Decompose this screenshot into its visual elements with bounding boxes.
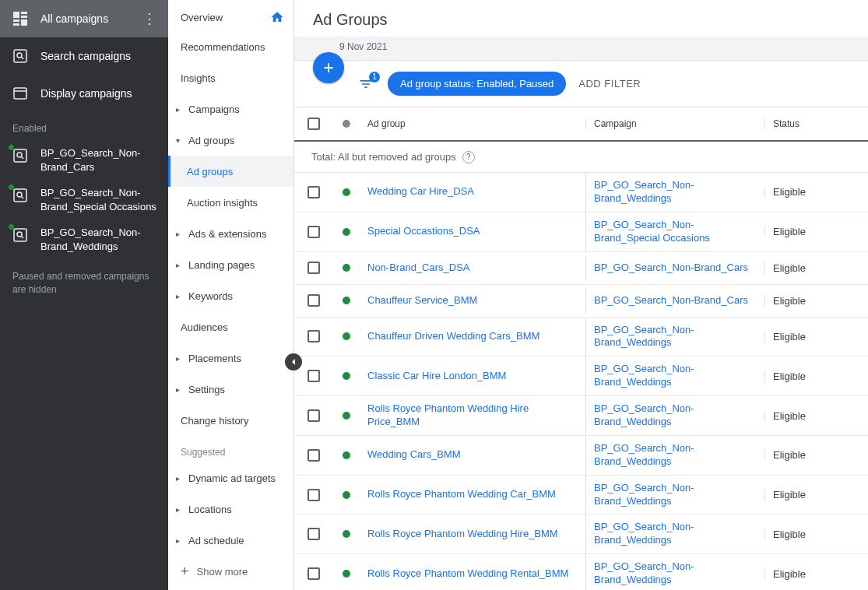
more-icon[interactable]: ⋮ — [142, 10, 157, 27]
status-dot-enabled[interactable] — [343, 332, 350, 340]
nav-campaigns[interactable]: ▸Campaigns — [168, 93, 293, 125]
ad-group-link[interactable]: Non-Brand_Cars_DSA — [367, 262, 470, 273]
status-dot-enabled[interactable] — [343, 451, 350, 459]
status-dot-enabled[interactable] — [343, 491, 350, 499]
campaign-link[interactable]: BP_GO_Search_Non-Brand_Cars — [594, 294, 748, 306]
row-checkbox[interactable] — [307, 449, 320, 462]
row-checkbox[interactable] — [307, 528, 320, 540]
campaign-link[interactable]: BP_GO_Search_Non-Brand_Weddings — [594, 179, 694, 204]
chevron-right-icon: ▸ — [176, 354, 185, 363]
row-checkbox[interactable] — [307, 330, 320, 342]
nav-change-history[interactable]: Change history — [168, 405, 293, 436]
status-dot-enabled[interactable] — [343, 372, 350, 380]
svg-rect-1 — [21, 12, 27, 14]
campaign-item[interactable]: BP_GO_Search_Non-Brand_Cars — [0, 140, 168, 180]
nav-recommendations[interactable]: Recommendations — [168, 31, 293, 62]
nav-placements[interactable]: ▸Placements — [168, 342, 293, 374]
campaign-item[interactable]: BP_GO_Search_Non-Brand_Weddings — [0, 219, 168, 259]
status-cell: Eligible — [764, 295, 868, 307]
date-label: 9 Nov 2021 — [294, 37, 868, 61]
select-all-checkbox[interactable] — [307, 118, 320, 130]
campaign-link[interactable]: BP_GO_Search_Non-Brand_Special Occasions — [594, 219, 710, 244]
show-more[interactable]: +Show more — [168, 556, 293, 587]
nav-keywords[interactable]: ▸Keywords — [168, 280, 293, 311]
row-checkbox[interactable] — [307, 294, 320, 307]
nav-label: Display campaigns — [40, 87, 157, 100]
row-checkbox[interactable] — [307, 489, 320, 501]
col-header-adgroup[interactable]: Ad group — [360, 118, 585, 129]
svg-rect-9 — [14, 88, 26, 99]
ad-group-link[interactable]: Chauffeur Service_BMM — [367, 294, 477, 306]
svg-point-18 — [17, 232, 22, 237]
nav-ad-schedule[interactable]: ▸Ad schedule — [168, 525, 293, 556]
help-icon[interactable]: ? — [462, 151, 475, 163]
status-dot-enabled[interactable] — [343, 188, 350, 196]
nav-insights[interactable]: Insights — [168, 62, 293, 93]
ad-group-link[interactable]: Wedding Car Hire_DSA — [367, 185, 474, 197]
ad-group-link[interactable]: Wedding Cars_BMM — [367, 448, 461, 460]
campaign-item[interactable]: BP_GO_Search_Non-Brand_Special Occasions — [0, 180, 168, 219]
ad-group-link[interactable]: Chauffeur Driven Wedding Cars_BMM — [367, 330, 539, 342]
campaign-link[interactable]: BP_GO_Search_Non-Brand_Cars — [594, 262, 748, 273]
plus-icon: + — [181, 564, 189, 580]
col-header-campaign[interactable]: Campaign — [585, 118, 764, 129]
status-dot-enabled[interactable] — [343, 570, 350, 578]
status-cell: Eligible — [764, 371, 868, 382]
chevron-right-icon: ▸ — [176, 261, 185, 269]
col-header-status[interactable]: Status — [764, 118, 868, 129]
nav-settings[interactable]: ▸Settings — [168, 374, 293, 405]
ad-group-link[interactable]: Rolls Royce Phantom Wedding Car_BMM — [367, 488, 556, 500]
collapse-sidebar-button[interactable] — [285, 353, 302, 371]
nav-display-campaigns[interactable]: Display campaigns — [0, 75, 168, 112]
add-filter-button[interactable]: ADD FILTER — [578, 78, 641, 90]
filter-funnel-button[interactable]: 1 — [357, 75, 375, 93]
nav-auction-insights[interactable]: Auction insights — [168, 187, 293, 218]
add-button[interactable]: + — [313, 52, 344, 83]
row-checkbox[interactable] — [307, 567, 320, 580]
nav-search-campaigns[interactable]: Search campaigns — [0, 37, 168, 75]
status-dot-enabled[interactable] — [343, 530, 350, 538]
nav-landing-pages[interactable]: ▸Landing pages — [168, 249, 293, 280]
ad-group-link[interactable]: Rolls Royce Phantom Wedding Hire_BMM — [367, 528, 558, 539]
nav-overview[interactable]: Overview — [168, 0, 293, 31]
ad-groups-table: Ad group Campaign Status Total: All but … — [294, 107, 868, 590]
ad-group-link[interactable]: Rolls Royce Phantom Wedding Rental_BMM — [367, 567, 568, 579]
campaign-link[interactable]: BP_GO_Search_Non-Brand_Weddings — [594, 442, 694, 467]
status-dot-enabled[interactable] — [343, 228, 350, 236]
status-header-icon[interactable] — [343, 120, 350, 128]
campaign-link[interactable]: BP_GO_Search_Non-Brand_Weddings — [594, 363, 694, 388]
nav-ad-groups[interactable]: ▾Ad groups — [168, 125, 293, 156]
status-dot-enabled[interactable] — [343, 297, 350, 304]
status-dot-enabled[interactable] — [343, 264, 350, 272]
campaign-link[interactable]: BP_GO_Search_Non-Brand_Weddings — [594, 402, 694, 427]
row-checkbox[interactable] — [307, 370, 320, 382]
ad-group-link[interactable]: Special Occastions_DSA — [367, 225, 480, 237]
campaign-link[interactable]: BP_GO_Search_Non-Brand_Weddings — [594, 521, 694, 546]
nav-locations[interactable]: ▸Locations — [168, 493, 293, 525]
hidden-note: Paused and removed campaigns are hidden — [0, 259, 168, 307]
chevron-right-icon: ▸ — [176, 536, 185, 545]
table-row: Chauffeur Service_BMM BP_GO_Search_Non-B… — [294, 285, 868, 318]
status-cell: Eligible — [764, 568, 868, 580]
nav-label: Overview — [181, 12, 223, 23]
campaign-link[interactable]: BP_GO_Search_Non-Brand_Weddings — [594, 560, 694, 585]
ad-group-link[interactable]: Rolls Royce Phantom Wedding Hire Price_B… — [367, 402, 529, 427]
campaign-label: BP_GO_Search_Non-Brand_Weddings — [40, 226, 157, 253]
status-cell: Eligible — [764, 226, 868, 237]
campaign-link[interactable]: BP_GO_Search_Non-Brand_Weddings — [594, 324, 694, 349]
row-checkbox[interactable] — [307, 262, 320, 274]
nav-dynamic-targets[interactable]: ▸Dynamic ad targets — [168, 462, 293, 493]
filter-chip-status[interactable]: Ad group status: Enabled, Paused — [388, 72, 566, 96]
row-checkbox[interactable] — [307, 409, 320, 422]
campaign-link[interactable]: BP_GO_Search_Non-Brand_Weddings — [594, 482, 694, 507]
row-checkbox[interactable] — [307, 226, 320, 238]
row-checkbox[interactable] — [307, 186, 320, 198]
ad-group-link[interactable]: Classic Car Hire London_BMM — [367, 370, 506, 381]
table-row: Special Occastions_DSA BP_GO_Search_Non-… — [294, 212, 868, 252]
nav-audiences[interactable]: Audiences — [168, 311, 293, 342]
table-row: Wedding Cars_BMM BP_GO_Search_Non-Brand_… — [294, 436, 868, 476]
nav-ad-groups-sub[interactable]: Ad groups — [168, 156, 293, 187]
nav-ads-ext[interactable]: ▸Ads & extensions — [168, 218, 293, 249]
nav-all-campaigns[interactable]: All campaigns ⋮ — [0, 0, 168, 37]
status-dot-enabled[interactable] — [343, 412, 350, 420]
